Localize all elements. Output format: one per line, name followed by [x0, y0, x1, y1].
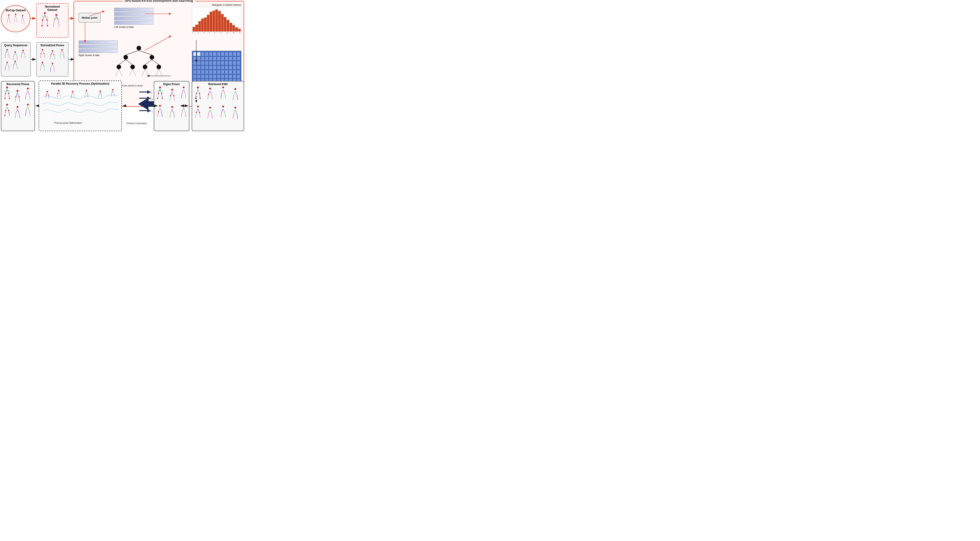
svg-point-63 [6, 49, 8, 50]
svg-line-284 [221, 112, 221, 118]
svg-line-19 [155, 69, 159, 76]
svg-text:r: r [152, 92, 153, 94]
grid-cell [201, 65, 205, 70]
svg-point-286 [222, 105, 224, 107]
grid-cell [225, 65, 228, 70]
svg-line-175 [86, 91, 88, 94]
svg-line-166 [60, 94, 60, 97]
svg-line-268 [237, 95, 238, 100]
svg-line-93 [50, 55, 51, 59]
svg-line-42 [47, 20, 48, 26]
svg-line-158 [46, 95, 46, 99]
svg-line-207 [162, 93, 162, 99]
grid-cell [193, 65, 197, 70]
svg-line-104 [43, 63, 44, 66]
query-figures [3, 47, 30, 73]
svg-line-13 [115, 69, 119, 76]
normalized-poses-label: Normalized Poses [37, 43, 68, 47]
svg-line-147 [18, 109, 19, 113]
svg-point-178 [86, 90, 87, 91]
svg-line-235 [172, 109, 174, 113]
svg-text:s: s [152, 111, 153, 113]
svg-point-0 [137, 46, 141, 50]
svg-line-14 [119, 69, 122, 76]
svg-line-184 [112, 90, 113, 93]
histogram-x-axis: 1357911131517 [192, 32, 241, 34]
svg-line-236 [170, 113, 170, 118]
svg-line-75 [7, 63, 9, 66]
normalized-poses-box: Normalized Poses [36, 42, 68, 77]
svg-line-185 [113, 90, 114, 93]
grid-cell [217, 65, 220, 70]
svg-line-103 [41, 63, 43, 66]
histogram-bar [201, 19, 204, 32]
grid-cell [193, 61, 197, 65]
svg-line-85 [43, 50, 44, 54]
svg-point-211 [159, 86, 161, 88]
svg-line-91 [51, 51, 52, 55]
svg-line-34 [22, 17, 24, 21]
histogram-bar [192, 27, 195, 32]
svg-line-159 [48, 95, 49, 99]
svg-point-150 [16, 106, 18, 108]
svg-line-237 [174, 113, 175, 118]
svg-line-54 [59, 21, 59, 27]
svg-line-76 [5, 66, 5, 70]
svg-point-78 [6, 62, 8, 63]
svg-line-116 [9, 93, 10, 99]
svg-point-212 [158, 93, 159, 94]
svg-point-214 [157, 98, 158, 99]
svg-line-136 [29, 94, 30, 100]
svg-line-230 [158, 112, 158, 117]
grid-cell [209, 57, 212, 61]
svg-line-18 [145, 69, 148, 76]
svg-line-10 [126, 59, 133, 65]
grid-cell [193, 75, 197, 79]
svg-text:l: l [152, 104, 152, 107]
grid-cell [209, 75, 212, 79]
knn-figures [193, 86, 243, 129]
svg-line-256 [208, 94, 208, 100]
svg-point-46 [44, 12, 46, 14]
svg-line-101 [64, 54, 64, 58]
grid-cell [213, 70, 216, 74]
grid-cell [229, 75, 232, 79]
chunk-rect-3 [114, 17, 153, 20]
svg-line-70 [23, 51, 25, 54]
svg-point-249 [197, 86, 199, 88]
grid-cell [233, 70, 236, 74]
svg-point-26 [8, 14, 10, 16]
histogram-bar [221, 14, 224, 32]
svg-point-142 [6, 104, 8, 105]
svg-point-233 [158, 111, 159, 112]
svg-point-227 [183, 86, 185, 88]
histogram-bar [210, 12, 212, 32]
svg-marker-199 [139, 90, 150, 94]
svg-line-36 [24, 21, 24, 24]
svg-line-41 [42, 20, 43, 26]
chunk-rect-1 [114, 8, 153, 11]
svg-line-266 [235, 91, 237, 95]
histogram-area: Histogram in shared memory 1357911131517 [192, 4, 241, 34]
svg-point-144 [8, 110, 10, 111]
grid-cell [209, 70, 212, 74]
svg-point-167 [58, 90, 59, 91]
svg-line-84 [41, 50, 43, 54]
svg-line-94 [54, 55, 55, 59]
svg-line-125 [16, 93, 18, 97]
svg-line-265 [234, 91, 235, 95]
svg-point-47 [42, 19, 43, 21]
svg-point-274 [197, 105, 199, 107]
svg-line-53 [54, 21, 54, 27]
svg-line-27 [14, 16, 16, 19]
svg-point-38 [22, 15, 23, 16]
svg-point-4 [130, 65, 135, 69]
svg-line-81 [13, 65, 14, 69]
svg-line-182 [101, 94, 102, 98]
grid-cell [209, 52, 212, 56]
svg-line-133 [26, 91, 28, 94]
svg-point-269 [234, 88, 236, 90]
svg-line-255 [210, 91, 212, 94]
svg-line-12 [152, 59, 159, 65]
grid-cell [193, 57, 197, 61]
